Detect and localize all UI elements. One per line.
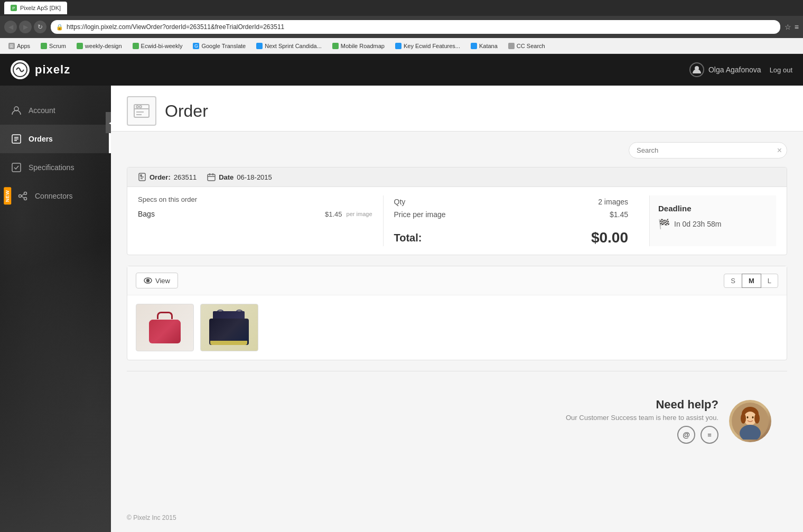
deadline-info: 🏁 In 0d 23h 58m (658, 218, 768, 230)
bookmarks-bar: ⊞ Apps Scrum weekly-design Ecwid-bi-week… (0, 38, 803, 54)
sidebar-item-connectors[interactable]: NEW Connectors (0, 182, 111, 210)
order-specs-section: Specs on this order Bags $1.45 per image (138, 195, 372, 246)
order-card-header: Order: 263511 Date 06-18-2015 (127, 167, 787, 187)
section-divider (127, 371, 787, 371)
active-tab[interactable]: P Pixelz ApS [DK] (4, 2, 67, 14)
svg-point-10 (24, 198, 27, 200)
bookmark-scrum[interactable]: Scrum (36, 42, 70, 50)
logo-icon (11, 60, 30, 79)
help-icons: @ ≡ (566, 426, 718, 444)
page-title: Order (165, 101, 208, 121)
sidebar-account-label: Account (29, 106, 55, 115)
help-text-wrap: Need help? Our Customer Success team is … (566, 398, 718, 444)
spec-name: Bags (138, 210, 155, 218)
deadline-value: In 0d 23h 58m (674, 220, 722, 228)
sidebar-nav: Account Orders (0, 86, 111, 210)
account-icon (11, 105, 22, 116)
image-viewer-card: View S M L (127, 266, 787, 360)
total-row: Total: $0.00 (394, 225, 629, 246)
help-section: Need help? Our Customer Success team is … (127, 382, 787, 449)
page-footer: © Pixelz Inc 2015 (111, 503, 803, 532)
order-totals-section: Qty 2 images Price per image $1.45 Total… (383, 195, 639, 246)
bookmark-key-ecwid[interactable]: Key Ecwid Features... (391, 42, 464, 50)
back-button[interactable]: ◀ (4, 21, 17, 33)
docs-help-button[interactable]: ≡ (701, 426, 718, 444)
order-date-label: Date 06-18-2015 (207, 173, 272, 181)
logout-button[interactable]: Log out (770, 66, 792, 74)
search-clear-icon[interactable]: × (777, 146, 782, 155)
sidebar-specifications-label: Specifications (29, 163, 74, 172)
sidebar-orders-label: Orders (29, 135, 53, 143)
user-avatar-icon (689, 62, 704, 77)
order-id-key: Order: (150, 173, 171, 181)
help-subtitle: Our Customer Success team is here to ass… (566, 414, 718, 422)
bookmark-label: weekly-design (85, 43, 122, 49)
sidebar-item-account[interactable]: Account (0, 96, 111, 125)
deadline-title: Deadline (658, 204, 768, 213)
size-btn-l[interactable]: L (761, 274, 778, 288)
order-id-value: 263511 (174, 173, 197, 181)
ssl-lock-icon: 🔒 (56, 24, 63, 31)
bookmark-icon: G (193, 43, 199, 49)
bookmark-google-translate[interactable]: G Google Translate (189, 42, 250, 50)
spec-price-wrap: $1.45 per image (325, 210, 372, 218)
specs-title: Specs on this order (138, 195, 372, 203)
bookmark-katana[interactable]: Katana (466, 42, 502, 50)
qty-label: Qty (394, 198, 406, 206)
image-thumb-2[interactable] (200, 304, 258, 351)
order-id-label: Order: 263511 (138, 173, 197, 181)
qty-row: Qty 2 images (394, 195, 629, 208)
size-selector: S M L (724, 274, 778, 288)
svg-point-35 (741, 413, 746, 424)
reload-button[interactable]: ↻ (34, 21, 46, 33)
svg-point-16 (139, 106, 142, 108)
size-btn-m[interactable]: M (742, 274, 761, 288)
bookmark-mobile-roadmap[interactable]: Mobile Roadmap (328, 42, 389, 50)
date-label-key: Date (219, 173, 234, 181)
forward-button[interactable]: ▶ (19, 21, 32, 33)
user-info: Olga Agafonova (689, 62, 761, 77)
bookmark-icon (332, 43, 339, 49)
image-thumb-1[interactable] (136, 304, 194, 351)
page-header: Order (111, 86, 803, 132)
price-per-image-row: Price per image $1.45 (394, 208, 629, 221)
calendar-icon (207, 173, 216, 181)
url-text: https://login.pixelz.com/ViewOrder?order… (67, 23, 284, 31)
svg-point-36 (754, 413, 760, 424)
avatar-graphic (732, 403, 769, 440)
specifications-icon (11, 162, 22, 173)
search-input[interactable] (629, 142, 787, 158)
sidebar-item-specifications[interactable]: Specifications (0, 153, 111, 182)
header-right: Olga Agafonova Log out (689, 62, 792, 77)
bookmark-icon (508, 43, 515, 49)
orders-icon (11, 133, 22, 145)
view-button[interactable]: View (136, 273, 178, 288)
sidebar-item-orders[interactable]: Orders (0, 125, 111, 153)
menu-icon[interactable]: ≡ (795, 23, 799, 31)
bookmark-next-sprint[interactable]: Next Sprint Candida... (252, 42, 326, 50)
svg-point-28 (147, 279, 150, 282)
svg-point-33 (752, 416, 754, 418)
bookmark-label: Scrum (49, 43, 66, 49)
bookmark-icon (133, 43, 139, 49)
star-icon[interactable]: ☆ (785, 23, 791, 31)
bag2-base (210, 341, 247, 345)
logo: pixelz (11, 60, 70, 79)
logo-text: pixelz (35, 63, 70, 77)
bookmark-cc-search[interactable]: CC Search (504, 42, 549, 50)
tab-label: Pixelz ApS [DK] (20, 5, 61, 11)
order-deadline-section: Deadline 🏁 In 0d 23h 58m (649, 195, 776, 246)
bookmark-weekly-design[interactable]: weekly-design (72, 42, 126, 50)
size-btn-s[interactable]: S (724, 274, 742, 288)
new-badge: NEW (4, 188, 11, 205)
bookmark-apps[interactable]: ⊞ Apps (4, 42, 34, 50)
image-grid (127, 295, 787, 360)
sidebar-collapse-button[interactable]: ◀ (106, 112, 111, 133)
bookmark-ecwid[interactable]: Ecwid-bi-weekly (128, 42, 187, 50)
email-help-button[interactable]: @ (677, 426, 695, 444)
bag1-body (149, 320, 181, 343)
total-value: $0.00 (591, 229, 628, 246)
bookmark-label: Google Translate (201, 43, 246, 49)
address-bar[interactable]: 🔒 https://login.pixelz.com/ViewOrder?ord… (51, 20, 780, 34)
bookmark-icon (471, 43, 477, 49)
